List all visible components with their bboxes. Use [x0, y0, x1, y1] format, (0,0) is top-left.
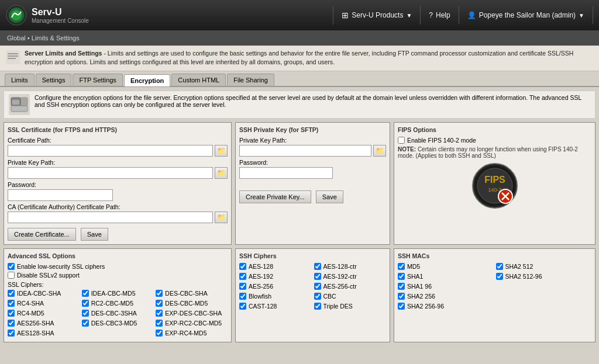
ssh-cipher-row: AES-192-ctr: [314, 273, 387, 280]
user-menu[interactable]: 👤 Popeye the Sailor Man (admin) ▼: [459, 6, 593, 24]
disable-sslv2-row: Disable SSLv2 support: [8, 272, 228, 279]
cipher-row: AES256-SHA: [8, 320, 80, 327]
ssh-cipher-AES-256-ctr[interactable]: [314, 283, 321, 290]
fips-options-panel: FIPS Options Enable FIPS 140-2 mode NOTE…: [394, 122, 595, 245]
cipher-row: IDEA-CBC-SHA: [8, 290, 80, 297]
info-desc: - Limits and settings are used to config…: [25, 50, 573, 65]
ssh-cipher-row: AES-192: [239, 273, 312, 280]
fips-enable-checkbox[interactable]: [398, 137, 405, 144]
ssh-cipher-row: Triple DES: [314, 303, 387, 310]
low-security-row: Enable low-security SSL ciphers: [8, 263, 228, 270]
tab-settings[interactable]: Settings: [36, 74, 72, 86]
svg-rect-10: [20, 98, 27, 106]
mac-SHA2-512[interactable]: [496, 263, 503, 270]
create-private-key-button[interactable]: Create Private Key...: [239, 190, 311, 203]
svg-rect-3: [6, 50, 20, 64]
ssl-certificate-panel: SSL Certificate (for FTPS and HTTPS) Cer…: [4, 122, 232, 245]
mac-SHA1[interactable]: [398, 273, 405, 280]
cipher-DES-CBC-SHA[interactable]: [156, 290, 163, 297]
ssl-private-key-browse-button[interactable]: 📁: [215, 167, 228, 179]
ssh-cipher-CAST-128[interactable]: [239, 303, 246, 310]
cipher-AES128-SHA[interactable]: [8, 330, 15, 337]
ssh-save-button[interactable]: Save: [316, 190, 343, 203]
cipher-EXP-RC2-CBC-MD5[interactable]: [156, 320, 163, 327]
products-chevron-icon: ▼: [406, 12, 412, 19]
mac-row: SHA1: [398, 273, 494, 280]
products-menu[interactable]: ⊞ Serv-U Products ▼: [333, 6, 421, 25]
tab-encryption[interactable]: Encryption: [124, 74, 170, 86]
ssh-cipher-AES-192-ctr[interactable]: [314, 273, 321, 280]
mac-MD5[interactable]: [398, 263, 405, 270]
fips-enable-row: Enable FIPS 140-2 mode: [398, 137, 591, 144]
svg-rect-9: [12, 100, 19, 105]
tab-ftp-settings[interactable]: FTP Settings: [73, 74, 122, 86]
cert-path-browse-button[interactable]: 📁: [215, 145, 228, 157]
tab-custom-html[interactable]: Custom HTML: [171, 74, 226, 86]
ssl-btn-row: Create Certificate... Save: [8, 228, 228, 241]
ssh-cipher-AES-128-ctr[interactable]: [314, 263, 321, 270]
disable-sslv2-checkbox[interactable]: [8, 272, 15, 279]
create-certificate-button[interactable]: Create Certificate...: [8, 228, 76, 241]
ssh-cipher-TripleDES[interactable]: [314, 303, 321, 310]
svg-rect-11: [11, 106, 27, 112]
fips-enable-label: Enable FIPS 140-2 mode: [407, 137, 476, 144]
grid-icon: ⊞: [342, 11, 349, 20]
mac-SHA1-96[interactable]: [398, 283, 405, 290]
ca-path-browse-button[interactable]: 📁: [215, 212, 228, 223]
cipher-AES256-SHA[interactable]: [8, 320, 15, 327]
mac-SHA2-512-96[interactable]: [496, 273, 503, 280]
fips-note-text: Certain clients may no longer function w…: [398, 146, 578, 159]
mac-row: MD5: [398, 263, 494, 270]
ssl-private-key-input[interactable]: [8, 167, 213, 179]
ssl-password-input[interactable]: [8, 189, 113, 201]
cipher-RC4-SHA[interactable]: [8, 300, 15, 307]
app-subtitle: Management Console: [32, 18, 89, 24]
cipher-DES-CBC3-MD5[interactable]: [82, 320, 89, 327]
info-bar: Server Limits and Settings - Limits and …: [0, 46, 599, 71]
cipher-row: RC4-MD5: [8, 310, 80, 317]
cipher-row: DES-CBC-MD5: [156, 300, 228, 307]
ssh-cipher-AES-192[interactable]: [239, 273, 246, 280]
ssh-private-key-panel: SSH Private Key (for SFTP) Private Key P…: [235, 122, 390, 245]
cipher-IDEA-CBC-MD5[interactable]: [82, 290, 89, 297]
ssh-cipher-AES-128[interactable]: [239, 263, 246, 270]
cipher-row: [82, 330, 154, 337]
ca-path-input[interactable]: [8, 212, 213, 223]
ssh-key-browse-button[interactable]: 📁: [373, 145, 386, 157]
cipher-EXP-RC4-MD5[interactable]: [156, 330, 163, 337]
help-icon: ?: [429, 11, 433, 19]
logo-area: Serv-U Management Console: [6, 5, 333, 26]
panels-row1: SSL Certificate (for FTPS and HTTPS) Cer…: [4, 122, 595, 245]
cipher-DES-CBC-3SHA[interactable]: [82, 310, 89, 317]
mac-SHA2-256-96[interactable]: [398, 303, 405, 310]
ssh-ciphers-panel: SSH Ciphers AES-128 AES-128-ctr AES-192 …: [235, 248, 390, 342]
cipher-DES-CBC-MD5[interactable]: [156, 300, 163, 307]
mac-SHA2-256[interactable]: [398, 293, 405, 300]
help-button[interactable]: ? Help: [421, 6, 459, 24]
tab-limits[interactable]: Limits: [5, 74, 35, 86]
cipher-row: EXP-RC4-MD5: [156, 330, 228, 337]
ssh-private-key-label: Private Key Path:: [239, 137, 386, 144]
tab-file-sharing[interactable]: File Sharing: [227, 74, 274, 86]
mac-row: SHA2 256: [398, 293, 494, 300]
ssh-macs-grid: MD5 SHA2 512 SHA1 SHA2 512-96 SHA1 96 SH…: [398, 263, 591, 311]
ssh-cipher-row: Blowfish: [239, 293, 312, 300]
low-security-checkbox[interactable]: [8, 263, 15, 270]
cipher-EXP-DES-CBC-SHA[interactable]: [156, 310, 163, 317]
ssh-cipher-Blowfish[interactable]: [239, 293, 246, 300]
cipher-RC4-MD5[interactable]: [8, 310, 15, 317]
cipher-RC2-CBC-MD5[interactable]: [82, 300, 89, 307]
ssl-ciphers-label: SSL Ciphers:: [8, 281, 228, 288]
products-label: Serv-U Products: [352, 11, 403, 19]
header: Serv-U Management Console ⊞ Serv-U Produ…: [0, 0, 599, 30]
low-security-label: Enable low-security SSL ciphers: [17, 263, 105, 270]
ssh-cipher-AES-256[interactable]: [239, 283, 246, 290]
ssh-cipher-CBC[interactable]: [314, 293, 321, 300]
ssl-save-button[interactable]: Save: [81, 228, 108, 241]
cipher-IDEA-CBC-SHA[interactable]: [8, 290, 15, 297]
svg-rect-4: [8, 53, 18, 54]
ssh-cipher-row: CBC: [314, 293, 387, 300]
ssh-password-input[interactable]: [239, 167, 333, 179]
ssh-key-path-input[interactable]: [239, 145, 371, 157]
cert-path-input[interactable]: [8, 145, 213, 157]
